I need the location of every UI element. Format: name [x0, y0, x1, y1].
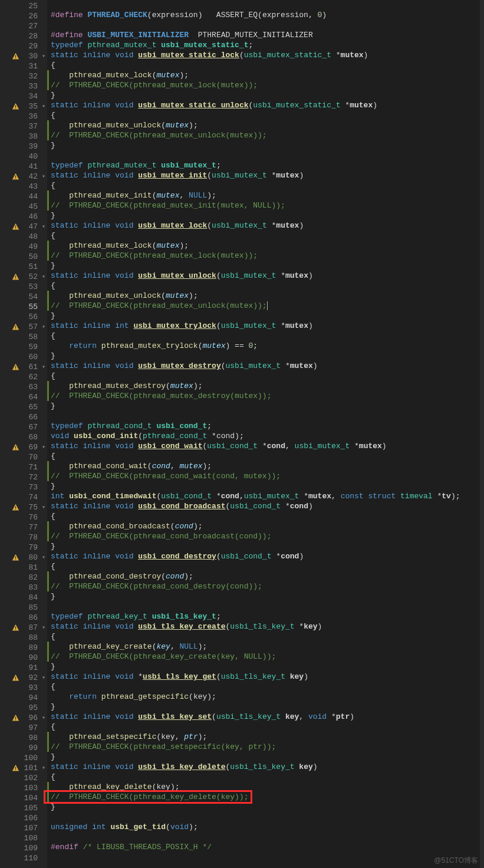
code-line[interactable]: // PTHREAD_CHECK(pthread_cond_broadcast(… [47, 531, 484, 541]
fold-toggle[interactable]: ▾ [40, 502, 47, 512]
gutter-row[interactable]: 49 [0, 242, 47, 252]
code-line[interactable]: return pthread_getspecific(key); [47, 692, 484, 702]
code-line[interactable]: #define PTHREAD_CHECK(expression) ASSERT… [47, 10, 484, 20]
code-line[interactable]: { [47, 281, 484, 291]
code-line[interactable]: static inline void *usbi_tls_key_get(usb… [47, 672, 484, 682]
gutter-row[interactable]: 71 [0, 462, 47, 472]
gutter-row[interactable]: 63 [0, 382, 47, 392]
code-line[interactable]: pthread_cond_destroy(cond); [47, 571, 484, 581]
gutter-row[interactable]: 42▾ [0, 172, 47, 182]
code-line[interactable]: // PTHREAD_CHECK(pthread_mutex_unlock(mu… [47, 301, 484, 311]
code-line[interactable]: pthread_mutex_unlock(mutex); [47, 120, 484, 130]
gutter-row[interactable]: 32 [0, 71, 47, 81]
code-line[interactable]: // PTHREAD_CHECK(pthread_mutex_init(mute… [47, 200, 484, 211]
code-area[interactable]: #define PTHREAD_CHECK(expression) ASSERT… [47, 0, 484, 868]
code-line[interactable]: } [47, 401, 484, 411]
code-line[interactable]: } [47, 541, 484, 551]
code-line[interactable]: static inline void usbi_tls_key_delete(u… [47, 762, 484, 772]
gutter-row[interactable]: 36 [0, 111, 47, 121]
gutter-row[interactable]: 57▾ [0, 322, 47, 332]
code-line[interactable]: } [47, 261, 484, 271]
code-line[interactable] [47, 812, 484, 822]
code-line[interactable] [47, 832, 484, 842]
gutter-row[interactable]: 25 [0, 1, 47, 11]
code-line[interactable]: static inline void usbi_mutex_init(usbi_… [47, 170, 484, 180]
code-line[interactable]: { [47, 331, 484, 341]
code-line[interactable]: // PTHREAD_CHECK(pthread_mutex_destroy(m… [47, 391, 484, 401]
gutter-row[interactable]: 104 [0, 793, 47, 803]
code-line[interactable]: { [47, 511, 484, 521]
code-line[interactable]: } [47, 591, 484, 601]
code-line[interactable]: static inline void usbi_cond_destroy(usb… [47, 551, 484, 561]
gutter-row[interactable]: 35▾ [0, 101, 47, 111]
warning-marker[interactable] [11, 323, 20, 332]
gutter-row[interactable]: 94 [0, 693, 47, 703]
gutter-row[interactable]: 40 [0, 152, 47, 162]
gutter-row[interactable]: 106 [0, 813, 47, 823]
code-line[interactable]: } [47, 211, 484, 221]
code-line[interactable]: static inline void usbi_cond_wait(usbi_c… [47, 441, 484, 451]
code-line[interactable] [47, 601, 484, 611]
gutter-row[interactable]: 97 [0, 723, 47, 733]
gutter-row[interactable]: 81 [0, 563, 47, 573]
code-line[interactable]: // PTHREAD_CHECK(pthread_key_create(key,… [47, 652, 484, 662]
gutter-row[interactable]: 101▾ [0, 763, 47, 773]
gutter-row[interactable]: 79 [0, 542, 47, 553]
code-line[interactable]: } [47, 481, 484, 491]
code-line[interactable]: pthread_mutex_unlock(mutex); [47, 291, 484, 301]
fold-toggle[interactable]: ▾ [40, 101, 47, 111]
gutter-row[interactable]: 80▾ [0, 553, 47, 563]
gutter-row[interactable]: 90 [0, 653, 47, 663]
warning-marker[interactable] [11, 443, 20, 452]
minimap[interactable] [480, 0, 484, 868]
code-line[interactable]: static inline void usbi_mutex_static_loc… [47, 50, 484, 60]
gutter-row[interactable]: 26 [0, 11, 47, 21]
gutter-row[interactable]: 41 [0, 162, 47, 172]
gutter-row[interactable]: 66 [0, 412, 47, 422]
code-line[interactable]: int usbi_cond_timedwait(usbi_cond_t *con… [47, 491, 484, 501]
code-line[interactable]: { [47, 632, 484, 642]
gutter-row[interactable]: 73 [0, 482, 47, 492]
code-line[interactable]: pthread_mutex_lock(mutex); [47, 241, 484, 251]
gutter-row[interactable]: 74 [0, 492, 47, 502]
gutter-row[interactable]: 96▾ [0, 713, 47, 723]
gutter-row[interactable]: 52▾ [0, 272, 47, 282]
gutter[interactable]: 252627282930▾3132333435▾36373839404142▾4… [0, 0, 47, 868]
gutter-row[interactable]: 51 [0, 262, 47, 272]
code-line[interactable]: typedef pthread_mutex_t usbi_mutex_t; [47, 160, 484, 170]
gutter-row[interactable]: 102 [0, 773, 47, 783]
gutter-row[interactable]: 48 [0, 232, 47, 242]
code-line[interactable]: // PTHREAD_CHECK(pthread_mutex_lock(mute… [47, 251, 484, 261]
gutter-row[interactable]: 29 [0, 41, 47, 51]
gutter-row[interactable]: 86 [0, 613, 47, 623]
code-line[interactable]: { [47, 772, 484, 782]
warning-marker[interactable] [11, 623, 20, 633]
gutter-row[interactable]: 76 [0, 512, 47, 522]
code-line[interactable]: { [47, 110, 484, 120]
gutter-row[interactable]: 61▾ [0, 362, 47, 372]
gutter-row[interactable]: 93 [0, 683, 47, 693]
code-line[interactable]: } [47, 752, 484, 762]
gutter-row[interactable]: 34 [0, 91, 47, 101]
gutter-row[interactable]: 30▾ [0, 51, 47, 61]
code-line[interactable]: pthread_mutex_init(mutex, NULL); [47, 190, 484, 200]
gutter-row[interactable]: 99 [0, 743, 47, 753]
gutter-row[interactable]: 95 [0, 703, 47, 713]
gutter-row[interactable]: 98 [0, 733, 47, 743]
code-line[interactable]: typedef pthread_mutex_t usbi_mutex_stati… [47, 40, 484, 50]
gutter-row[interactable]: 69▾ [0, 442, 47, 452]
warning-marker[interactable] [11, 222, 20, 232]
code-line[interactable]: typedef pthread_key_t usbi_tls_key_t; [47, 611, 484, 622]
gutter-row[interactable]: 39 [0, 142, 47, 152]
code-line[interactable]: pthread_cond_wait(cond, mutex); [47, 461, 484, 471]
gutter-row[interactable]: 31 [0, 61, 47, 71]
code-line[interactable]: // PTHREAD_CHECK(pthread_mutex_unlock(mu… [47, 130, 484, 140]
code-line[interactable]: } [47, 702, 484, 712]
gutter-row[interactable]: 64 [0, 392, 47, 402]
fold-toggle[interactable]: ▾ [40, 172, 47, 182]
code-line[interactable]: pthread_mutex_lock(mutex); [47, 70, 484, 80]
gutter-row[interactable]: 65 [0, 402, 47, 412]
gutter-row[interactable]: 75▾ [0, 502, 47, 512]
code-line[interactable]: static inline void usbi_tls_key_set(usbi… [47, 712, 484, 722]
code-line[interactable]: return pthread_mutex_trylock(mutex) == 0… [47, 341, 484, 351]
